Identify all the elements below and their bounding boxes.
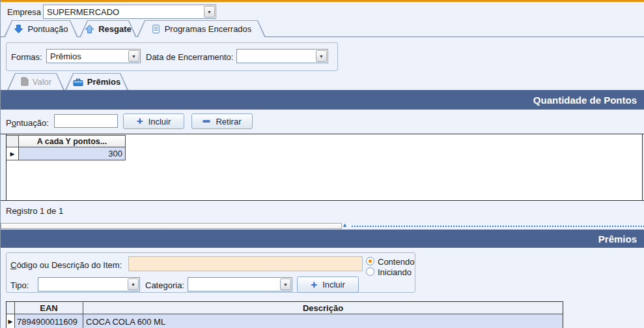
points-section-header: Quantidade de Pontos bbox=[1, 90, 644, 110]
document-icon bbox=[20, 77, 29, 86]
empresa-combobox[interactable]: SUPERMERCADO ▼ bbox=[43, 5, 216, 19]
categoria-dropdown-button[interactable]: ▼ bbox=[280, 278, 291, 290]
empresa-dropdown-button[interactable]: ▼ bbox=[204, 6, 215, 18]
pontuacao-label: Pontuação: bbox=[6, 118, 49, 128]
points-grid: A cada Y pontos... ▶ 300 bbox=[6, 134, 643, 200]
column-header-descricao[interactable]: Descrição bbox=[83, 302, 563, 314]
incluir-premio-button[interactable]: + Incluir bbox=[297, 276, 359, 293]
formas-label: Formas: bbox=[11, 52, 42, 62]
points-cell[interactable]: 300 bbox=[19, 147, 126, 160]
subtab-label: Prêmios bbox=[87, 77, 120, 87]
row-selector-cell: ▶ bbox=[7, 147, 19, 160]
radio-contendo[interactable] bbox=[366, 257, 374, 265]
tab-pontuacao[interactable]: Pontuação bbox=[4, 20, 78, 37]
column-header[interactable]: A cada Y pontos... bbox=[19, 135, 126, 147]
button-label: Incluir bbox=[322, 280, 345, 290]
row-selector-header bbox=[7, 302, 15, 314]
loyalty-program-window: Empresa SUPERMERCADO ▼ Pontuação Resgate bbox=[0, 0, 644, 328]
horizontal-scrollbar[interactable] bbox=[1, 223, 342, 229]
row-selector-header bbox=[7, 135, 19, 147]
codigo-label: Código ou Descrição do Item: bbox=[10, 260, 122, 270]
subtab-label: Valor bbox=[33, 77, 51, 87]
descricao-cell[interactable]: COCA COLA 600 ML bbox=[83, 314, 563, 328]
tab-label: Programas Encerrados bbox=[165, 24, 252, 34]
section-title: Quantidade de Pontos bbox=[533, 95, 637, 106]
tab-resgate[interactable]: Resgate bbox=[79, 20, 137, 37]
categoria-label: Categoria: bbox=[145, 280, 184, 290]
chevron-down-icon: ▼ bbox=[319, 54, 324, 59]
minus-icon bbox=[203, 120, 210, 123]
retirar-pontos-button[interactable]: Retirar bbox=[191, 113, 253, 129]
data-encerramento-dropdown-button[interactable]: ▼ bbox=[316, 50, 327, 62]
categoria-combobox[interactable]: ▼ bbox=[188, 277, 292, 291]
formas-value: Prêmios bbox=[47, 52, 128, 61]
premios-grid: EAN Descrição ▶ 7894900011609 COCA COLA … bbox=[6, 301, 563, 328]
tab-label: Pontuação bbox=[27, 24, 68, 34]
document-list-icon bbox=[151, 24, 161, 34]
data-encerramento-combobox[interactable]: ▼ bbox=[236, 49, 328, 63]
splitter-handle[interactable] bbox=[352, 226, 644, 227]
tipo-label: Tipo: bbox=[10, 280, 29, 290]
empresa-value: SUPERMERCADO bbox=[44, 7, 203, 17]
subtab-valor[interactable]: Valor bbox=[7, 73, 64, 90]
pontuacao-input[interactable] bbox=[54, 114, 118, 128]
tab-programas-encerrados[interactable]: Programas Encerrados bbox=[137, 20, 266, 37]
toolbox-icon bbox=[73, 77, 83, 87]
chevron-down-icon: ▼ bbox=[131, 282, 135, 287]
tab-label: Resgate bbox=[98, 24, 132, 34]
radio-contendo-label[interactable]: Contendo bbox=[378, 257, 414, 267]
points-grid-panel: A cada Y pontos... ▶ 300 bbox=[1, 134, 644, 201]
chevron-down-icon: ▼ bbox=[132, 54, 136, 59]
radio-iniciando[interactable] bbox=[366, 267, 374, 276]
incluir-pontos-button[interactable]: + Incluir bbox=[123, 113, 184, 129]
button-label: Incluir bbox=[148, 117, 171, 127]
row-selector-cell: ▶ bbox=[7, 314, 15, 328]
premios-section-header: Prêmios bbox=[1, 230, 644, 248]
formas-combobox[interactable]: Prêmios ▼ bbox=[46, 49, 141, 63]
row-pointer-icon: ▶ bbox=[10, 151, 15, 157]
section-title: Prêmios bbox=[598, 233, 637, 245]
chevron-down-icon: ▼ bbox=[283, 282, 288, 287]
arrow-down-icon bbox=[14, 24, 23, 34]
window-top-stripe bbox=[1, 0, 644, 2]
column-header-ean[interactable]: EAN bbox=[15, 302, 83, 314]
codigo-descricao-input[interactable] bbox=[128, 256, 363, 271]
radio-iniciando-label[interactable]: Iniciando bbox=[378, 267, 412, 277]
data-encerramento-label: Data de Encerramento: bbox=[146, 52, 233, 62]
arrow-up-icon bbox=[85, 24, 94, 34]
button-label: Retirar bbox=[216, 117, 241, 127]
tipo-combobox[interactable]: ▼ bbox=[38, 277, 140, 291]
record-status: Registro 1 de 1 bbox=[6, 206, 63, 216]
tipo-dropdown-button[interactable]: ▼ bbox=[128, 278, 139, 290]
formas-dropdown-button[interactable]: ▼ bbox=[128, 50, 139, 62]
plus-icon: + bbox=[311, 282, 317, 288]
empresa-label: Empresa bbox=[7, 7, 41, 17]
plus-icon: + bbox=[137, 118, 143, 125]
ean-cell[interactable]: 7894900011609 bbox=[15, 314, 83, 328]
splitter-arrow-icon[interactable]: ▲ bbox=[342, 222, 348, 228]
subtab-premios[interactable]: Prêmios bbox=[65, 73, 128, 90]
row-pointer-icon: ▶ bbox=[8, 318, 13, 325]
chevron-down-icon: ▼ bbox=[207, 10, 212, 14]
